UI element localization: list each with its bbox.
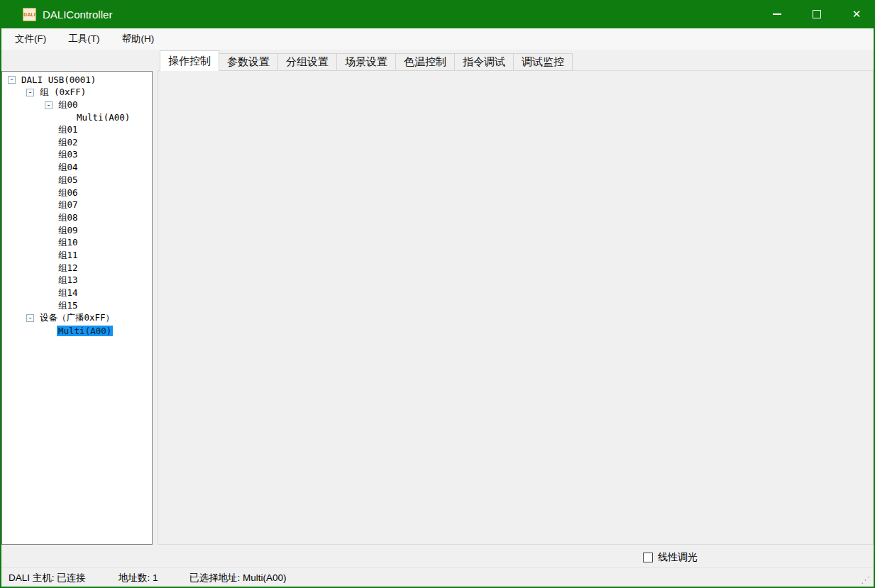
tree-item[interactable]: 组10	[2, 237, 152, 250]
tab[interactable]: 参数设置	[219, 53, 278, 71]
status-selected-address: 已选择地址: Multi(A00)	[189, 572, 287, 584]
menu-item[interactable]: 工具(T)	[59, 28, 109, 50]
tab[interactable]: 指令调试	[455, 53, 514, 71]
tree-item[interactable]: 组07	[2, 199, 152, 212]
tree-item-label: 组12	[57, 262, 79, 274]
tree-item-label: 组14	[57, 287, 79, 299]
minimize-button[interactable]	[761, 0, 793, 28]
tree-item[interactable]: 组11	[2, 250, 152, 262]
title-bar: DALI DALIController ✕	[0, 0, 875, 28]
tree-item-label: 组08	[57, 212, 79, 224]
tree-item-label: Multi(A00)	[57, 326, 113, 336]
tree-item[interactable]: 组04	[2, 162, 152, 174]
minimize-icon	[773, 13, 781, 15]
tab[interactable]: 场景设置	[337, 53, 396, 71]
window-frame-left	[0, 28, 1, 588]
tab[interactable]: 分组设置	[278, 53, 337, 71]
tree-expander-icon[interactable]: -	[45, 101, 53, 109]
app-icon: DALI	[23, 8, 36, 21]
tree-item-label: 组11	[57, 250, 79, 262]
tree-item[interactable]: - 组 (0xFF)	[2, 87, 152, 99]
status-address-count: 地址数: 1	[119, 572, 158, 584]
maximize-icon	[813, 10, 821, 18]
tree-item[interactable]: 组14	[2, 287, 152, 300]
tree-item[interactable]: 组03	[2, 149, 152, 162]
tree-item[interactable]: Multi(A00)	[2, 111, 152, 124]
tree-item[interactable]: 组05	[2, 174, 152, 187]
tree-item-label: 组03	[57, 149, 79, 161]
tree-item[interactable]: - 组00	[2, 99, 152, 111]
linear-dimming-label: 线性调光	[658, 551, 698, 564]
tree-item[interactable]: 组06	[2, 187, 152, 199]
tree-item-label: 组09	[57, 225, 79, 237]
tree-item[interactable]: - DALI USB(0001)	[2, 74, 152, 87]
menu-bar: 文件(F)工具(T)帮助(H)	[1, 28, 874, 50]
tree-item[interactable]: 组01	[2, 124, 152, 137]
tree-item-label: 组05	[57, 174, 79, 187]
tree-expander-icon[interactable]: -	[26, 314, 34, 322]
tree-item[interactable]: 组15	[2, 299, 152, 312]
tree-item-label: DALI USB(0001)	[20, 74, 97, 85]
tree-item-label: 组13	[57, 274, 79, 287]
tree-item[interactable]: 组02	[2, 136, 152, 149]
menu-item[interactable]: 文件(F)	[6, 28, 55, 50]
tab[interactable]: 操作控制	[160, 50, 219, 71]
tree-expander-icon[interactable]: -	[26, 89, 34, 96]
tree-item-label: Multi(A00)	[75, 112, 131, 123]
device-tree: - DALI USB(0001) - 组 (0xFF) - 组00 Multi(…	[1, 71, 153, 545]
tree-item-label: 组02	[57, 137, 79, 149]
tab[interactable]: 色温控制	[396, 53, 455, 71]
tree-item[interactable]: 组09	[2, 224, 152, 237]
tree-item-label: 设备（广播0xFF）	[38, 312, 116, 324]
tree-item[interactable]: - 设备（广播0xFF）	[2, 312, 152, 325]
close-button[interactable]: ✕	[840, 0, 873, 28]
status-bar: DALI 主机: 已连接 地址数: 1 已选择地址: Multi(A00) ⋰	[1, 567, 874, 587]
tab-strip: 操作控制参数设置分组设置场景设置色温控制指令调试调试监控	[160, 50, 573, 71]
maximize-button[interactable]	[800, 0, 833, 28]
tree-item[interactable]: 组13	[2, 274, 152, 287]
linear-dimming-checkbox[interactable]	[643, 553, 653, 562]
tree-item-label: 组10	[57, 237, 79, 249]
tree-item-label: 组04	[57, 162, 79, 174]
tab[interactable]: 调试监控	[514, 53, 573, 71]
app-window: DALI DALIController ✕ 文件(F)工具(T)帮助(H) - …	[0, 0, 875, 588]
tree-item[interactable]: 组08	[2, 212, 152, 225]
tree-item-label: 组15	[57, 300, 79, 312]
menu-item[interactable]: 帮助(H)	[113, 28, 164, 50]
status-host-connection: DALI 主机: 已连接	[9, 572, 86, 584]
tree-item[interactable]: Multi(A00)	[2, 325, 152, 338]
tree-item-label: 组00	[57, 99, 79, 111]
tree-item-label: 组01	[57, 124, 79, 136]
window-title: DALIController	[43, 9, 112, 21]
tree-item-label: 组06	[57, 187, 79, 199]
tree-item-label: 组07	[57, 199, 79, 211]
tree-item-label: 组 (0xFF)	[38, 87, 87, 99]
linear-dimming-row: 线性调光	[643, 551, 698, 564]
tree-expander-icon[interactable]: -	[8, 76, 16, 84]
tree-item[interactable]: 组12	[2, 262, 152, 274]
tab-page-operation-control	[158, 70, 874, 545]
resize-grip-icon[interactable]: ⋰	[861, 575, 870, 585]
